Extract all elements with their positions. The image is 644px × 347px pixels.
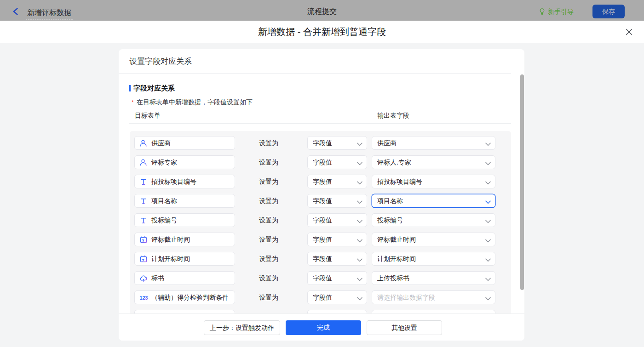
svg-text:123: 123	[140, 295, 148, 301]
